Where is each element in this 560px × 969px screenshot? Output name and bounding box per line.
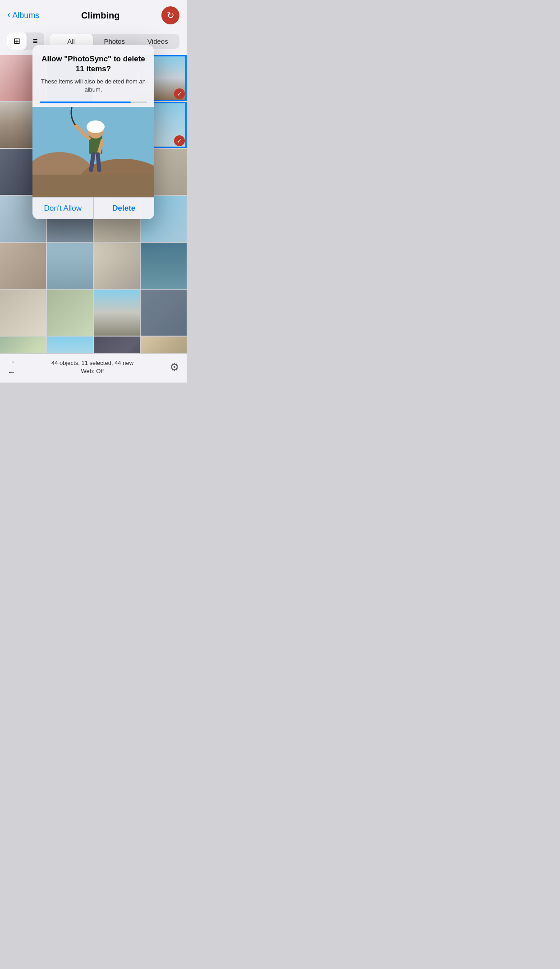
progress-bar-background xyxy=(40,102,147,103)
preview-image xyxy=(32,107,154,197)
dont-allow-button[interactable]: Don't Allow xyxy=(32,198,93,219)
svg-line-10 xyxy=(98,154,99,170)
permission-dialog: Allow "PhotoSync" to delete 11 items? Th… xyxy=(32,45,154,219)
svg-line-9 xyxy=(91,154,93,170)
svg-rect-3 xyxy=(32,175,154,197)
dialog-title: Allow "PhotoSync" to delete 11 items? xyxy=(40,54,147,74)
svg-point-6 xyxy=(87,120,105,133)
dialog-photo-preview xyxy=(32,107,154,197)
dialog-content: Allow "PhotoSync" to delete 11 items? Th… xyxy=(32,45,154,102)
delete-button[interactable]: Delete xyxy=(94,198,155,219)
dialog-actions: Don't Allow Delete xyxy=(32,197,154,219)
dialog-overlay: Allow "PhotoSync" to delete 11 items? Th… xyxy=(0,0,187,383)
progress-bar-fill xyxy=(40,102,131,103)
dialog-progress-area xyxy=(32,102,154,107)
dialog-message: These items will also be deleted from an… xyxy=(40,78,147,94)
